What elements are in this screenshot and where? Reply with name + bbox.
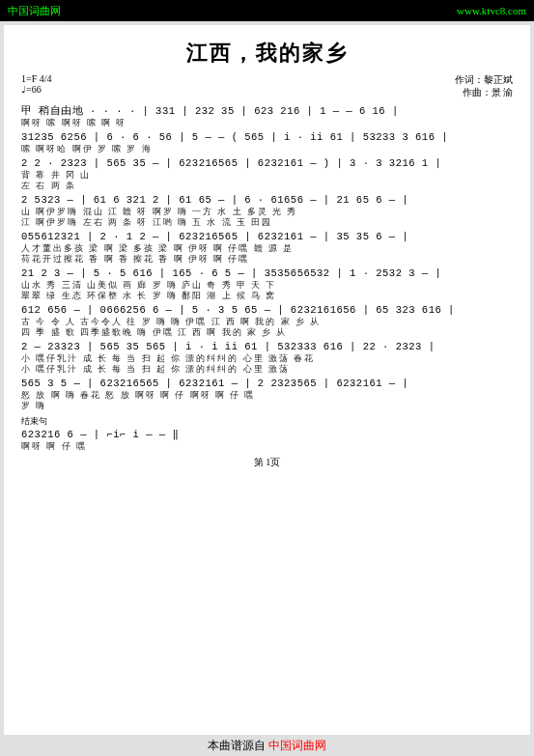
music-line: 甲 稍自由地 · · · · | 331 | 232 35 | 623 216 … (21, 104, 513, 128)
lyrics-row: 背 靠 井 冈 山 (21, 170, 513, 181)
meta-right: 作词：黎正斌 作曲：景 渝 (455, 73, 513, 98)
lyrics-row: 啊呀 嗦 啊呀 嗦 啊 呀 (21, 118, 513, 128)
footer-attribution: 本曲谱源自 中国词曲网 (0, 738, 534, 754)
lyrics-row: 山 啊伊罗嗨 混山 江 赣 呀 啊罗 嗨 一方 水 土 多灵 光 秀 (21, 207, 513, 217)
music-line: 612 656 ― | 0666256 6 ― | 5 · 3 5 65 ― |… (21, 303, 513, 338)
header-site-name: 中国词曲网 (8, 4, 61, 18)
lyricist: 作词：黎正斌 (455, 73, 513, 86)
header-site-url: www.ktvc8.com (457, 5, 526, 16)
sheet-music-page: 江西，我的家乡 1=F 4/4 ♩=66 作词：黎正斌 作曲：景 渝 甲 稍自由… (4, 25, 530, 735)
meta-row: 1=F 4/4 ♩=66 作词：黎正斌 作曲：景 渝 (21, 73, 513, 98)
notation-row: 623216 6 ― | ⌐i⌐ i ― ― ‖ (21, 428, 513, 441)
notation-row: 31235 6256 | 6 · 6 · 56 | 5 ― ― ( 565 | … (21, 130, 513, 144)
music-line: 2 ― 23323 | 565 35 565 | i · i ii 61 | 5… (21, 340, 513, 375)
lyrics-row-2: 罗 嗨 (21, 401, 513, 411)
music-line: 2 5323 ― | 61 6 321 2 | 61 65 ― | 6 · 61… (21, 193, 513, 228)
lyrics-row-2: 左 右 两 条 (21, 181, 513, 191)
footer-source: 中国词曲网 (268, 739, 326, 752)
lyrics-row: 啊呀 啊 仔 嘿 (21, 441, 513, 452)
lyrics-row-2: 翠翠 绿 生态 环保整 水 长 罗 嗨 鄱阳 湖 上 候 鸟 窝 (21, 291, 513, 301)
music-line: 21 2 3 ― | 5 · 5 616 | 165 · 6 5 ― | 353… (21, 266, 513, 301)
music-line: 055612321 | 2 · 1 2 ― | 623216565 | 6232… (21, 230, 513, 265)
lyrics-row-2: 四 季 盛 歌 四季盛歌晚 嗨 伊嘿 江 西 啊 我的 家 乡 从 (21, 327, 513, 338)
meta-left: 1=F 4/4 ♩=66 (21, 73, 51, 98)
notation-row: 2 5323 ― | 61 6 321 2 | 61 65 ― | 6 · 61… (21, 193, 513, 207)
music-line: 565 3 5 ― | 623216565 | 6232161 ― | 2 23… (21, 377, 513, 411)
key-signature: 1=F 4/4 (21, 73, 51, 84)
lyrics-row: 人才董出多孩 梁 啊 梁 多孩 梁 啊 伊呀 啊 仔嘿 赣 源 是 (21, 243, 513, 254)
notation-row: 2 ― 23323 | 565 35 565 | i · i ii 61 | 5… (21, 340, 513, 353)
lyrics-row: 怒 放 啊 嗨 春花 怒 放 啊呀 啊 仔 啊呀 啊 仔 嘿 (21, 390, 513, 401)
lyrics-row-2: 荷花开过擦花 香 啊 香 擦花 香 啊 伊呀 啊 仔嘿 (21, 254, 513, 265)
notation-row: 21 2 3 ― | 5 · 5 616 | 165 · 6 5 ― | 353… (21, 266, 513, 280)
notation-row: 055612321 | 2 · 1 2 ― | 623216565 | 6232… (21, 230, 513, 243)
music-line: 31235 6256 | 6 · 6 · 56 | 5 ― ― ( 565 | … (21, 130, 513, 154)
notation-row: 565 3 5 ― | 623216565 | 6232161 ― | 2 23… (21, 377, 513, 390)
lyrics-row: 山水 秀 三清 山美似 画 廊 罗 嗨 庐山 奇 秀 甲 天 下 (21, 280, 513, 291)
page-number: 第 1页 (21, 456, 513, 469)
music-line: 2 2 · 2323 | 565 35 ― | 623216565 | 6232… (21, 156, 513, 191)
song-title: 江西，我的家乡 (21, 39, 513, 68)
lyrics-row-2: 江 啊伊罗嗨 左右 两 条 呀 江哟 嗨 五 水 流 玉 田园 (21, 217, 513, 228)
notation-row: 甲 稍自由地 · · · · | 331 | 232 35 | 623 216 … (21, 104, 513, 118)
lyrics-row: 嗦 啊呀哈 啊伊 罗 嗦 罗 海 (21, 144, 513, 154)
notation-row: 612 656 ― | 0666256 6 ― | 5 · 3 5 65 ― |… (21, 303, 513, 317)
notation-row: 2 2 · 2323 | 565 35 ― | 623216565 | 6232… (21, 156, 513, 170)
header-bar: 中国词曲网 www.ktvc8.com (0, 0, 534, 21)
music-line: 623216 6 ― | ⌐i⌐ i ― ― ‖ 啊呀 啊 仔 嘿 (21, 428, 513, 452)
lyrics-row: 小 嘿仔乳汁 成 长 每 当 扫 起 你 漂的纠纠的 心里 激荡 春花 (21, 353, 513, 364)
lyrics-row-2: 小 嘿仔乳汁 成 长 每 当 扫 起 你 漂的纠纠的 心里 激荡 (21, 364, 513, 375)
lyrics-row: 古 今 令 人 古今令人 往 罗 嗨 嗨 伊嘿 江 西 啊 我的 家 乡 从 (21, 317, 513, 327)
ending-label: 结束句 (21, 415, 513, 428)
composer: 作曲：景 渝 (455, 86, 513, 98)
music-body: 甲 稍自由地 · · · · | 331 | 232 35 | 623 216 … (21, 104, 513, 452)
tempo: ♩=66 (21, 84, 51, 95)
footer-label: 本曲谱源自 (208, 739, 266, 752)
